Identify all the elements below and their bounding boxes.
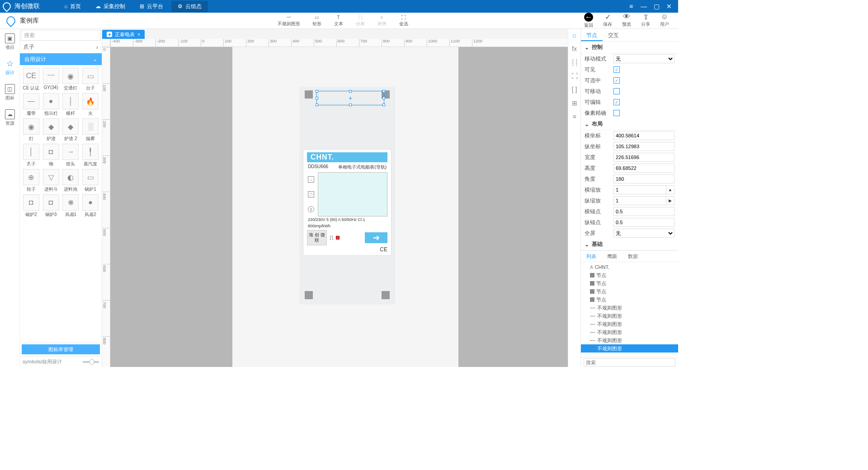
prop-input[interactable] xyxy=(613,131,675,140)
subtab-data[interactable]: 数据 xyxy=(623,251,643,262)
lib-item-锅炉1[interactable]: ▭锅炉1 xyxy=(81,169,100,193)
lib-item-箭头[interactable]: →箭头 xyxy=(61,144,80,167)
tree-node[interactable]: 节点 xyxy=(581,296,678,304)
prop-flip-button[interactable]: ▶ xyxy=(666,196,675,205)
section-base[interactable]: ⌄基础 xyxy=(581,239,678,250)
close-button[interactable]: ✕ xyxy=(663,2,675,11)
prop-checkbox[interactable] xyxy=(613,77,620,84)
tree-node[interactable]: 节点 xyxy=(581,279,678,287)
prop-checkbox[interactable] xyxy=(613,66,620,73)
minimize-button[interactable]: ― xyxy=(637,2,650,11)
toolstrip-item[interactable]: ⊞ xyxy=(572,99,577,107)
tree-node[interactable]: 不规则图形 xyxy=(581,328,678,336)
prop-input[interactable] xyxy=(613,174,675,183)
canvas-tab[interactable]: ◈ 正泰电表 × xyxy=(102,30,145,39)
action-用户[interactable]: ☺用户 xyxy=(660,13,669,28)
device-meter[interactable]: + CHNT. DDSU666单相电子式电能表(导轨) ↓ □ 1 xyxy=(299,87,395,305)
subtab-list[interactable]: 列表 xyxy=(581,251,602,262)
lib-item-台子[interactable]: ▭台子 xyxy=(81,68,100,91)
canvas[interactable]: + CHNT. DDSU666单相电子式电能表(导轨) ↓ □ 1 xyxy=(110,47,568,367)
lib-item-炉渣 2[interactable]: ◆炉渣 2 xyxy=(61,118,80,142)
sidebar-资源[interactable]: ☁资源 xyxy=(5,109,15,127)
nav-config[interactable]: ⚙云组态 xyxy=(171,1,208,12)
lib-item-风扇2[interactable]: ●风扇2 xyxy=(81,194,100,218)
action-预览[interactable]: 👁预览 xyxy=(622,13,631,28)
lib-item-锅炉2[interactable]: ◘锅炉2 xyxy=(22,194,41,218)
tree-node[interactable]: 不规则图形 xyxy=(581,320,678,328)
tab-interact[interactable]: 交互 xyxy=(603,29,624,41)
toolstrip-item[interactable]: fx xyxy=(572,45,577,52)
section-control[interactable]: ⌄控制 xyxy=(581,42,678,53)
section-layout[interactable]: ⌄布局 xyxy=(581,118,678,130)
lib-item-进料斗[interactable]: ▽进料斗 xyxy=(42,169,61,193)
tree-node[interactable]: 不规则图形 xyxy=(581,312,678,320)
tool-不规则图形[interactable]: 〰不规则图形 xyxy=(278,14,300,27)
lib-item-指示灯[interactable]: ●指示灯 xyxy=(42,93,61,117)
toolstrip-item[interactable]: ┊┊ xyxy=(571,59,578,66)
menu-icon[interactable]: ≡ xyxy=(625,2,637,11)
prop-checkbox[interactable] xyxy=(613,88,620,94)
prop-input[interactable] xyxy=(613,196,666,205)
tree-node[interactable]: 不规则图形 xyxy=(581,336,678,344)
lib-item-烟雾[interactable]: ░烟雾 xyxy=(81,118,100,142)
zoom-slider[interactable] xyxy=(83,361,99,363)
tree-node[interactable]: 不规则图形 xyxy=(581,344,678,352)
prop-input[interactable] xyxy=(613,185,666,194)
lib-item-履带[interactable]: —履带 xyxy=(22,93,41,117)
lib-item-蒸汽发[interactable]: ╿蒸汽发 xyxy=(81,144,100,167)
tree-node[interactable]: 节点 xyxy=(581,271,678,279)
prop-checkbox[interactable] xyxy=(613,110,620,116)
selection-box[interactable]: + xyxy=(316,91,384,105)
action-分享[interactable]: ⇪分享 xyxy=(641,13,650,28)
lib-item-CE 认证[interactable]: CECE 认证 xyxy=(22,68,41,91)
maximize-button[interactable]: ▢ xyxy=(650,2,663,11)
library-breadcrumb[interactable]: 爪子› xyxy=(20,42,102,53)
prop-input[interactable] xyxy=(613,164,675,173)
toolstrip-item[interactable]: ⛶ xyxy=(571,72,578,80)
prop-input[interactable] xyxy=(613,153,675,162)
subtab-eagle[interactable]: 鹰眼 xyxy=(602,251,623,262)
action-返回[interactable]: ←返回 xyxy=(584,13,593,28)
tree-node[interactable]: 节点 xyxy=(581,287,678,296)
nav-cloud[interactable]: ⊞云平台 xyxy=(133,1,170,12)
lib-item-炉渣[interactable]: ◆炉渣 xyxy=(42,118,61,142)
lib-item-进料池[interactable]: ◐进料池 xyxy=(61,169,80,193)
lib-item-锅炉3[interactable]: ◘锅炉3 xyxy=(42,194,61,218)
lib-item-GY(34)[interactable]: 〰GY(34) xyxy=(42,68,61,91)
sidebar-项目[interactable]: ▣项目 xyxy=(5,33,15,51)
library-manager-button[interactable]: 图标库管理 xyxy=(22,344,100,354)
lib-item-物[interactable]: ◘物 xyxy=(42,144,61,167)
lib-item-爪子[interactable]: │爪子 xyxy=(22,144,41,167)
sidebar-图标[interactable]: ◫图标 xyxy=(5,84,15,101)
prop-input[interactable] xyxy=(613,207,675,216)
action-保存[interactable]: ✓保存 xyxy=(603,13,612,28)
tab-node[interactable]: 节点 xyxy=(581,29,603,41)
library-category[interactable]: 自用设计⌄ xyxy=(20,53,102,65)
nav-collect[interactable]: ☁采集控制 xyxy=(89,1,132,12)
lib-item-灯[interactable]: ◉灯 xyxy=(22,118,41,142)
prop-checkbox[interactable] xyxy=(613,99,620,105)
tool-全选[interactable]: ⛶全选 xyxy=(399,14,409,27)
prop-flip-button[interactable]: ▲ xyxy=(666,185,675,194)
tool-矩形[interactable]: ▭矩形 xyxy=(312,14,322,27)
lib-item-交通灯[interactable]: ◉交通灯 xyxy=(61,68,80,91)
prop-input[interactable] xyxy=(613,142,675,151)
toolstrip-item[interactable]: ⌂ xyxy=(572,32,576,39)
tree-node[interactable]: CHNT. xyxy=(581,263,678,271)
prop-input[interactable] xyxy=(613,218,675,227)
prop-select[interactable]: 无 xyxy=(613,229,675,238)
lib-item-横杆[interactable]: │横杆 xyxy=(61,93,80,117)
lib-item-轮子[interactable]: ⊕轮子 xyxy=(22,169,41,193)
toolstrip-item[interactable]: ≡ xyxy=(572,113,576,120)
lib-item-风扇1[interactable]: ❋风扇1 xyxy=(61,194,80,218)
prop-select[interactable]: 无 xyxy=(613,54,675,63)
tree-node[interactable]: 不规则图形 xyxy=(581,304,678,312)
lib-item-火[interactable]: 🔥火 xyxy=(81,93,100,117)
toolstrip-item[interactable]: [ ] xyxy=(572,86,577,93)
sidebar-设计[interactable]: ☆设计 xyxy=(5,59,15,76)
nav-home[interactable]: ⌂首页 xyxy=(58,1,87,12)
tab-close-icon[interactable]: × xyxy=(137,32,140,37)
library-search[interactable]: 搜索 xyxy=(21,30,101,41)
tool-文本[interactable]: T文本 xyxy=(334,14,344,27)
tree-search[interactable] xyxy=(584,358,675,367)
